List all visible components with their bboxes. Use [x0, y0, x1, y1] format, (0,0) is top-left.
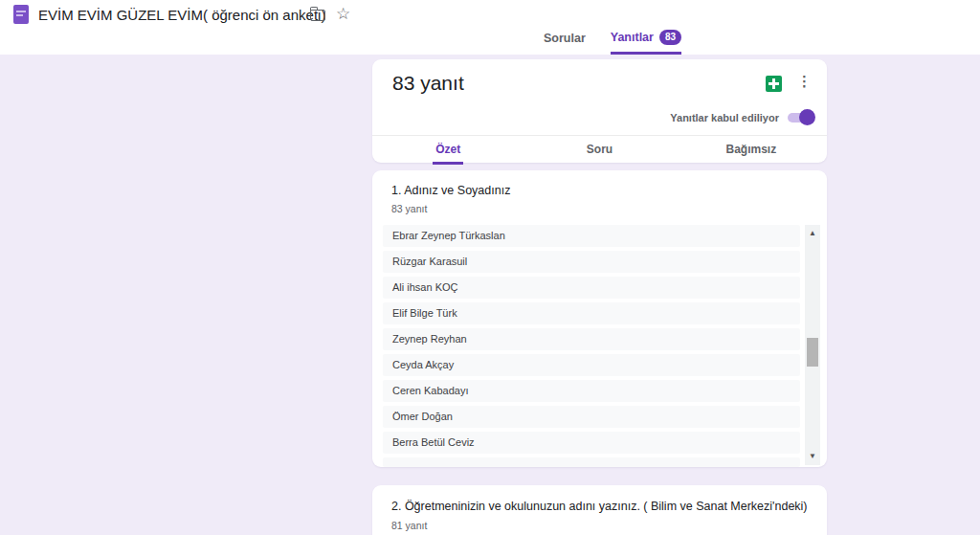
question1-response-count: 83 yanıt [391, 203, 427, 214]
answer-row: Ceren Kabadayı [383, 380, 800, 402]
form-title[interactable]: EVİM EVİM GÜZEL EVİM( öğrenci ön anketi) [38, 7, 325, 23]
question1-title: 1. Adınız ve Soyadınız [391, 184, 510, 197]
scroll-down-icon[interactable]: ▼ [805, 450, 820, 463]
answer-row-partial [383, 457, 800, 467]
tab-responses-label: Yanıtlar [611, 31, 654, 44]
answer-row: Ceyda Akçay [383, 354, 800, 376]
tab-individual[interactable]: Bağımsız [676, 136, 827, 163]
answer-row: Ali ihsan KOÇ [383, 277, 800, 299]
question1-card: 1. Adınız ve Soyadınız 83 yanıt Ebrar Ze… [372, 170, 827, 467]
header-tabs: Sorular Yanıtlar 83 [544, 30, 681, 55]
create-spreadsheet-icon[interactable] [766, 76, 782, 92]
tab-questions[interactable]: Sorular [544, 32, 586, 55]
responses-total-heading: 83 yanıt [392, 72, 464, 95]
responses-count-badge: 83 [659, 30, 681, 45]
move-to-folder-icon[interactable] [310, 10, 325, 21]
toggle-knob [799, 109, 815, 125]
accepting-responses-label: Yanıtlar kabul ediliyor [670, 112, 779, 123]
answer-row: Ömer Doğan [383, 406, 800, 428]
answer-row: Zeynep Reyhan [383, 328, 800, 350]
tab-question[interactable]: Soru [523, 136, 675, 163]
answer-row: Berra Betül Ceviz [383, 432, 800, 454]
scrollbar-thumb[interactable] [807, 338, 818, 367]
more-options-icon[interactable]: ⋮ [797, 73, 812, 90]
tab-responses[interactable]: Yanıtlar 83 [611, 30, 681, 55]
question2-title: 2. Öğretmeninizin ve okulunuzun adını ya… [391, 500, 808, 513]
answer-row [383, 457, 800, 467]
question2-response-count: 81 yanıt [391, 520, 427, 531]
answer-row: Rüzgar Karasuil [383, 251, 800, 273]
answer-row: Elif Bilge Türk [383, 302, 800, 324]
forms-logo-icon [13, 5, 29, 24]
answers-scrollbar[interactable]: ▲ ▼ [805, 225, 820, 465]
tab-summary[interactable]: Özet [372, 136, 523, 163]
question2-card: 2. Öğretmeninizin ve okulunuzun adını ya… [372, 485, 827, 535]
star-icon[interactable]: ☆ [336, 4, 350, 24]
top-bar: EVİM EVİM GÜZEL EVİM( öğrenci ön anketi)… [0, 0, 980, 55]
answer-list: Ebrar Zeynep TürkaslanRüzgar KarasuilAli… [383, 225, 800, 457]
accepting-responses-row: Yanıtlar kabul ediliyor [670, 112, 813, 123]
answer-row: Ebrar Zeynep Türkaslan [383, 225, 800, 247]
summary-tabs: Özet Soru Bağımsız [372, 135, 827, 163]
responses-summary-card: 83 yanıt ⋮ Yanıtlar kabul ediliyor Özet … [372, 59, 827, 163]
accepting-responses-toggle[interactable] [788, 113, 813, 123]
scroll-up-icon[interactable]: ▲ [805, 227, 820, 240]
